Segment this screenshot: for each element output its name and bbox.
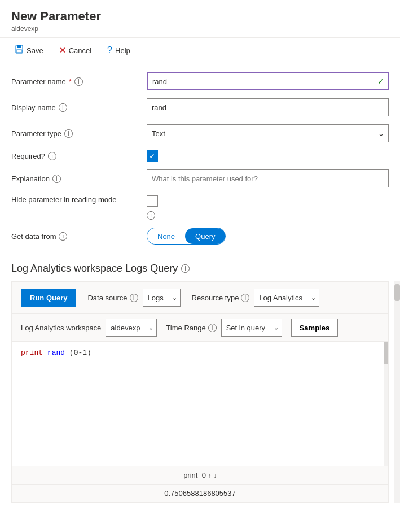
hide-param-info-wrapper: i (147, 211, 158, 220)
param-name-info-icon[interactable]: i (74, 77, 83, 86)
required-info-icon[interactable]: i (48, 152, 56, 160)
data-source-dropdown[interactable]: Logs (143, 289, 181, 307)
section-info-icon[interactable]: i (181, 264, 190, 273)
page-subtitle: aidevexp (11, 25, 389, 33)
page-title: New Parameter (11, 9, 389, 24)
run-query-button[interactable]: Run Query (21, 289, 76, 307)
svg-rect-1 (17, 45, 21, 48)
explanation-row: Explanation i (11, 169, 389, 187)
results-value-row: 0.7506588186805537 (12, 485, 388, 503)
required-label: Required? i (11, 152, 147, 160)
outer-scrollbar-thumb[interactable] (394, 284, 400, 301)
display-name-input[interactable] (147, 98, 389, 116)
sort-up-icon[interactable]: ↑ (208, 472, 212, 479)
hide-param-controls: i (147, 195, 158, 220)
param-type-info-icon[interactable]: i (64, 129, 73, 138)
workspace-row: Log Analytics workspace aidevexp ⌄ Time … (12, 314, 388, 342)
param-type-dropdown[interactable]: Text (147, 124, 389, 142)
param-type-label: Parameter type i (11, 129, 147, 138)
query-area: Run Query Data source i Logs ⌄ Resource … (11, 281, 389, 503)
code-args: (0-1) (69, 348, 91, 357)
display-name-info-icon[interactable]: i (59, 103, 67, 112)
cancel-label: Cancel (69, 46, 91, 55)
workspace-label: Log Analytics workspace (21, 324, 101, 332)
timerange-dropdown-wrapper: Set in query ⌄ (221, 319, 282, 337)
valid-checkmark: ✓ (377, 77, 384, 86)
param-name-input-wrapper: ✓ (147, 72, 389, 90)
checkmark-icon: ✓ (149, 151, 156, 160)
help-button[interactable]: ? Help (104, 43, 134, 58)
required-row: Required? i ✓ (11, 150, 389, 162)
display-name-input-wrapper (147, 98, 389, 116)
cancel-icon: ✕ (59, 46, 66, 55)
section-title: Log Analytics workspace Logs Query i (0, 258, 400, 281)
svg-rect-2 (16, 50, 22, 53)
required-checkbox[interactable]: ✓ (147, 150, 158, 162)
param-type-row: Parameter type i Text ⌄ (11, 124, 389, 142)
workspace-group: Log Analytics workspace aidevexp ⌄ (21, 319, 157, 337)
data-source-info-icon[interactable]: i (130, 294, 138, 302)
resource-type-dropdown[interactable]: Log Analytics (254, 289, 319, 307)
resource-type-label: Resource type i (192, 294, 250, 302)
save-button[interactable]: Save (11, 42, 47, 58)
help-label: Help (115, 46, 130, 55)
code-function: rand (47, 348, 65, 357)
timerange-dropdown[interactable]: Set in query (221, 319, 282, 337)
query-header: Run Query Data source i Logs ⌄ Resource … (12, 282, 388, 314)
editor-scrollbar[interactable] (384, 342, 388, 466)
display-name-label: Display name i (11, 103, 147, 112)
results-column-header: print_0 ↑ ↓ (12, 466, 388, 485)
param-name-label: Parameter name * i (11, 77, 147, 86)
data-source-dropdown-wrapper: Logs ⌄ (143, 289, 181, 307)
display-name-row: Display name i (11, 98, 389, 116)
timerange-group: Time Range i Set in query ⌄ (166, 319, 282, 337)
hide-param-label-wrapper: Hide parameter in reading mode (11, 195, 147, 204)
explanation-label: Explanation i (11, 175, 147, 183)
query-container: Run Query Data source i Logs ⌄ Resource … (0, 281, 400, 503)
explanation-info-icon[interactable]: i (52, 175, 61, 183)
param-name-row: Parameter name * i ✓ (11, 72, 389, 90)
toolbar: Save ✕ Cancel ? Help (0, 38, 400, 63)
code-print-keyword: print (21, 348, 43, 357)
explanation-input-wrapper (147, 169, 389, 187)
help-icon: ? (107, 45, 112, 55)
hide-param-info-icon[interactable]: i (147, 211, 155, 220)
page-header: New Parameter aidevexp (0, 0, 400, 38)
workspace-dropdown-wrapper: aidevexp ⌄ (106, 319, 157, 337)
get-data-row: Get data from i None Query (11, 228, 389, 245)
samples-button[interactable]: Samples (291, 319, 338, 337)
editor-scrollbar-thumb[interactable] (384, 342, 388, 364)
results-area: print_0 ↑ ↓ 0.7506588186805537 (12, 466, 388, 503)
resource-type-info-icon[interactable]: i (241, 294, 249, 302)
timerange-label: Time Range i (166, 324, 216, 332)
explanation-input[interactable] (147, 169, 389, 187)
cancel-button[interactable]: ✕ Cancel (56, 43, 95, 57)
hide-param-row: Hide parameter in reading mode i (11, 195, 389, 220)
hide-param-checkbox[interactable] (147, 195, 158, 207)
get-data-label: Get data from i (11, 232, 147, 241)
code-editor[interactable]: print rand (0-1) (12, 342, 388, 466)
data-source-group: Data source i Logs ⌄ (87, 289, 180, 307)
outer-scrollbar[interactable] (394, 281, 400, 503)
save-label: Save (27, 46, 43, 55)
param-name-input[interactable] (147, 72, 389, 90)
resource-type-group: Resource type i Log Analytics ⌄ (192, 289, 320, 307)
timerange-info-icon[interactable]: i (208, 324, 217, 332)
resource-type-dropdown-wrapper: Log Analytics ⌄ (254, 289, 319, 307)
get-data-info-icon[interactable]: i (59, 232, 67, 241)
save-icon (15, 45, 24, 56)
param-type-dropdown-wrapper: Text ⌄ (147, 124, 389, 142)
toggle-none[interactable]: None (147, 228, 185, 244)
form-area: Parameter name * i ✓ Display name i Para… (0, 63, 400, 258)
data-source-label: Data source i (87, 294, 138, 302)
workspace-dropdown[interactable]: aidevexp (106, 319, 157, 337)
get-data-toggle-group: None Query (147, 228, 226, 245)
required-star: * (69, 77, 72, 86)
toggle-query[interactable]: Query (185, 228, 225, 244)
sort-down-icon[interactable]: ↓ (213, 472, 217, 479)
